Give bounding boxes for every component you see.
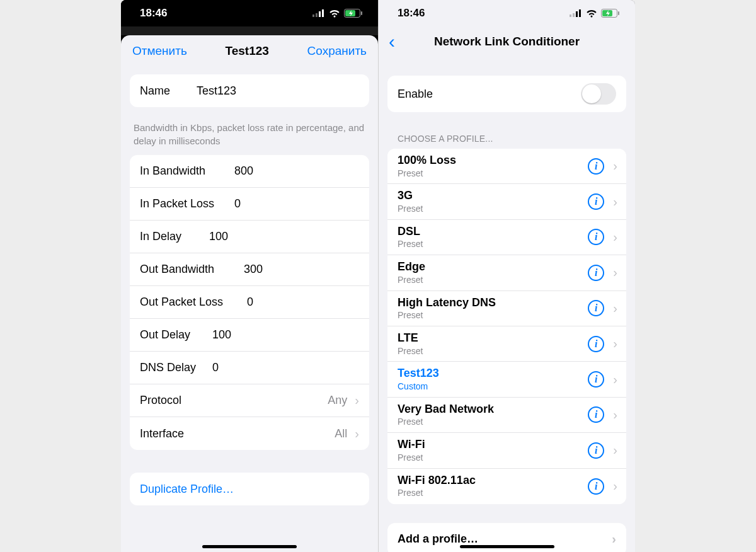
- sheet-navbar: Отменить Test123 Сохранить: [121, 35, 378, 66]
- profile-subtitle: Preset: [398, 310, 588, 321]
- profile-name: Edge: [398, 260, 588, 274]
- home-indicator[interactable]: [202, 545, 297, 548]
- status-bar: 18:46: [121, 0, 378, 26]
- status-icons: [312, 9, 363, 18]
- profile-row[interactable]: 3GPreseti›: [387, 184, 626, 219]
- info-icon[interactable]: i: [588, 336, 604, 352]
- enable-switch[interactable]: [581, 83, 616, 105]
- info-icon[interactable]: i: [588, 478, 604, 495]
- profile-name: Wi-Fi 802.11ac: [398, 474, 588, 488]
- enable-label: Enable: [398, 88, 433, 101]
- home-indicator[interactable]: [460, 545, 554, 548]
- interface-value: All: [234, 427, 351, 440]
- cellular-icon: [570, 9, 582, 17]
- profile-row[interactable]: EdgePreseti›: [387, 255, 626, 290]
- profile-row[interactable]: Very Bad NetworkPreseti›: [387, 398, 626, 433]
- info-icon[interactable]: i: [588, 158, 604, 175]
- profile-text: Test123Custom: [398, 367, 588, 391]
- out-delay-value[interactable]: 100: [212, 328, 359, 342]
- dns-delay-cell[interactable]: DNS Delay 0: [130, 352, 369, 384]
- in-packet-loss-value[interactable]: 0: [234, 197, 359, 210]
- profile-text: Wi-FiPreset: [398, 438, 588, 463]
- info-icon[interactable]: i: [588, 406, 604, 423]
- out-packet-loss-label: Out Packet Loss: [140, 296, 247, 309]
- duplicate-profile-button[interactable]: Duplicate Profile…: [130, 473, 369, 505]
- info-icon[interactable]: i: [588, 442, 604, 459]
- profile-row[interactable]: LTEPreseti›: [387, 326, 626, 362]
- profile-row[interactable]: DSLPreseti›: [387, 220, 626, 255]
- in-delay-cell[interactable]: In Delay 100: [130, 221, 369, 253]
- profile-name: High Latency DNS: [398, 296, 588, 310]
- sheet-grabber-area: [121, 26, 378, 35]
- status-bar: 18:46: [379, 0, 635, 26]
- cancel-button[interactable]: Отменить: [132, 44, 187, 58]
- in-packet-loss-label: In Packet Loss: [140, 197, 234, 210]
- profile-text: Wi-Fi 802.11acPreset: [398, 474, 588, 498]
- in-bandwidth-cell[interactable]: In Bandwidth 800: [130, 155, 369, 188]
- in-bandwidth-value[interactable]: 800: [234, 164, 359, 178]
- svg-rect-6: [361, 11, 362, 15]
- info-icon[interactable]: i: [588, 300, 604, 316]
- svg-rect-2: [319, 11, 321, 17]
- profile-row[interactable]: High Latency DNSPreseti›: [387, 291, 626, 326]
- cellular-icon: [312, 9, 325, 17]
- out-packet-loss-cell[interactable]: Out Packet Loss 0: [130, 286, 369, 319]
- profile-subtitle: Preset: [398, 346, 588, 357]
- info-icon[interactable]: i: [588, 193, 604, 210]
- profile-name: 3G: [398, 189, 588, 203]
- profile-row[interactable]: 100% LossPreseti›: [387, 149, 626, 184]
- profile-subtitle: Preset: [398, 417, 588, 427]
- svg-rect-10: [579, 9, 581, 17]
- add-profile-label: Add a profile…: [398, 532, 478, 546]
- profile-text: EdgePreset: [398, 260, 588, 285]
- name-cell[interactable]: Name Test123: [130, 74, 369, 107]
- wifi-icon: [586, 9, 597, 18]
- params-list: In Bandwidth 800 In Packet Loss 0 In Del…: [130, 155, 369, 450]
- chevron-right-icon: ›: [613, 336, 617, 351]
- enable-group: Enable: [379, 76, 635, 112]
- chevron-right-icon: ›: [613, 372, 617, 387]
- profiles-section-header: CHOOSE A PROFILE...: [379, 129, 635, 149]
- profile-name: Test123: [398, 367, 588, 381]
- out-bandwidth-cell[interactable]: Out Bandwidth 300: [130, 253, 369, 286]
- chevron-right-icon: ›: [613, 265, 617, 280]
- out-bandwidth-label: Out Bandwidth: [140, 263, 244, 276]
- profile-text: LTEPreset: [398, 331, 588, 356]
- duplicate-profile-label: Duplicate Profile…: [140, 483, 234, 496]
- profile-subtitle: Preset: [398, 452, 588, 463]
- protocol-label: Protocol: [140, 394, 234, 407]
- profiles-list: 100% LossPreseti›3GPreseti›DSLPreseti›Ed…: [387, 149, 626, 504]
- protocol-cell[interactable]: Protocol Any ›: [130, 384, 369, 417]
- info-icon[interactable]: i: [588, 371, 604, 388]
- wifi-icon: [329, 9, 340, 18]
- phone-left-edit-profile: 18:46 Отменить Test123 Сохранить: [121, 0, 378, 552]
- profile-row[interactable]: Test123Customi›: [387, 362, 626, 397]
- info-icon[interactable]: i: [588, 229, 604, 245]
- profile-text: 3GPreset: [398, 189, 588, 214]
- status-icons: [570, 9, 620, 18]
- dns-delay-value[interactable]: 0: [212, 361, 359, 374]
- page-title: Network Link Conditioner: [379, 35, 635, 49]
- save-button[interactable]: Сохранить: [307, 44, 367, 58]
- name-label: Name: [140, 84, 197, 98]
- name-value[interactable]: Test123: [197, 84, 359, 98]
- profile-name: 100% Loss: [398, 154, 588, 168]
- profile-name: LTE: [398, 331, 588, 345]
- profile-name: Very Bad Network: [398, 403, 588, 417]
- profile-row[interactable]: Wi-FiPreseti›: [387, 433, 626, 468]
- out-packet-loss-value[interactable]: 0: [247, 296, 359, 309]
- back-button[interactable]: ‹: [385, 32, 399, 51]
- profile-subtitle: Preset: [398, 239, 588, 250]
- info-icon[interactable]: i: [588, 265, 604, 281]
- svg-rect-0: [312, 14, 314, 17]
- in-packet-loss-cell[interactable]: In Packet Loss 0: [130, 188, 369, 221]
- out-bandwidth-value[interactable]: 300: [244, 263, 359, 276]
- out-delay-cell[interactable]: Out Delay 100: [130, 319, 369, 352]
- battery-charging-icon: [344, 9, 363, 18]
- profile-row[interactable]: Wi-Fi 802.11acPreseti›: [387, 469, 626, 504]
- chevron-right-icon: ›: [613, 479, 617, 493]
- interface-cell[interactable]: Interface All ›: [130, 417, 369, 450]
- in-delay-value[interactable]: 100: [209, 230, 359, 243]
- interface-label: Interface: [140, 427, 234, 440]
- status-time: 18:46: [140, 7, 167, 20]
